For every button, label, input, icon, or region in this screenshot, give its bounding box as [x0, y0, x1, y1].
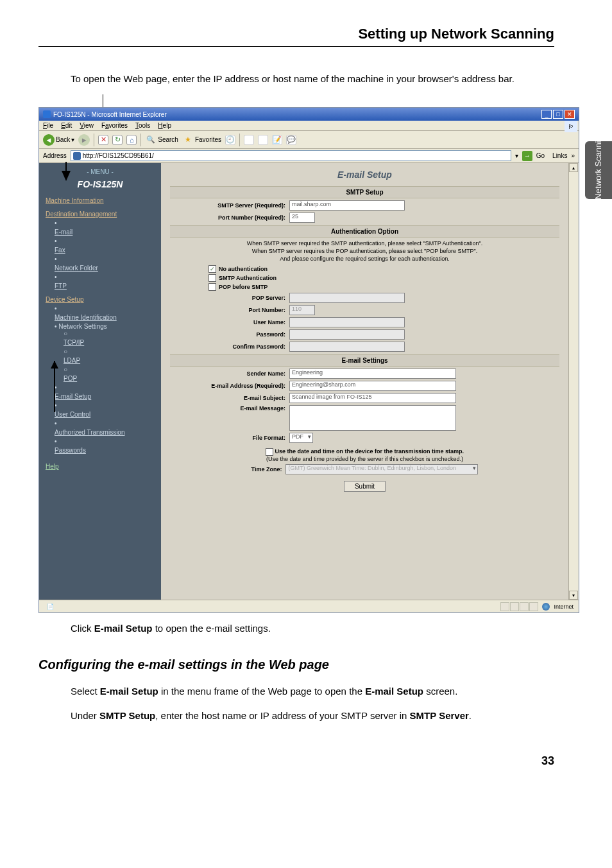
- label-timezone: Time Zone:: [251, 466, 282, 473]
- input-port[interactable]: 25: [289, 213, 315, 223]
- label-username: User Name:: [170, 319, 285, 326]
- input-password[interactable]: [289, 329, 405, 340]
- intro-text: To open the Web page, enter the IP addre…: [71, 73, 574, 85]
- checkbox-pop-before[interactable]: [208, 283, 216, 291]
- nav-dest-fax[interactable]: Fax: [55, 247, 155, 254]
- minimize-button[interactable]: _: [541, 110, 552, 119]
- page-number: 33: [38, 754, 554, 768]
- scroll-up-button[interactable]: ▴: [569, 163, 578, 172]
- ie-flag-icon: 🏳: [565, 121, 577, 132]
- checkbox-smtp-auth[interactable]: [208, 274, 216, 282]
- input-sender[interactable]: Engineering: [289, 369, 456, 379]
- sidebar-menu-label: - MENU -: [46, 168, 155, 175]
- label-email-addr: E-mail Address (Required):: [170, 383, 285, 389]
- nav-network-settings: Network Settings: [58, 323, 107, 330]
- addressbar: Address http://FOIS125CD95B61/ ▾ → Go Li…: [39, 149, 579, 163]
- label-confirm-password: Confirm Password:: [170, 343, 285, 350]
- nav-dest-ftp[interactable]: FTP: [55, 282, 155, 290]
- mail-button[interactable]: ✉: [244, 135, 254, 145]
- checkbox-no-auth[interactable]: ✓: [208, 265, 216, 273]
- main-panel: E-mail Setup SMTP Setup SMTP Server (Req…: [161, 163, 579, 600]
- input-smtp-server[interactable]: mail.sharp.com: [289, 200, 405, 211]
- nav-tcpip[interactable]: TCP/IP: [64, 339, 155, 346]
- input-pop-server[interactable]: [289, 293, 405, 303]
- menu-help[interactable]: Help: [158, 122, 171, 129]
- checkbox-timestamp[interactable]: [266, 448, 273, 456]
- nav-user-control[interactable]: User Control: [55, 411, 155, 418]
- label-pop-port: Port Number:: [170, 307, 285, 313]
- sidebar-model: FO-IS125N: [46, 179, 155, 189]
- auth-info: When SMTP server required the SMTP authe…: [170, 240, 559, 263]
- menu-view[interactable]: View: [80, 122, 94, 129]
- print-button[interactable]: 🖨: [258, 135, 268, 145]
- nav-help[interactable]: Help: [46, 463, 155, 470]
- sidebar: - MENU - FO-IS125N Machine Information D…: [39, 163, 161, 600]
- page-header: Setting up Network Scanning: [38, 26, 554, 42]
- nav-machine-info[interactable]: Machine Information: [46, 197, 155, 204]
- chapter-tab: 2. Network Scanning: [585, 141, 612, 199]
- nav-pop[interactable]: POP: [64, 375, 155, 382]
- forward-button[interactable]: ►: [78, 134, 90, 146]
- caption-text: Click E-mail Setup to open the e-mail se…: [71, 622, 574, 635]
- nav-destination-mgmt[interactable]: Destination Management: [46, 211, 155, 218]
- ie-icon: [43, 110, 51, 118]
- internet-zone-icon: [542, 603, 550, 611]
- submit-button[interactable]: Submit: [344, 481, 386, 492]
- menu-favorites[interactable]: Favorites: [101, 122, 128, 129]
- label-sender: Sender Name:: [170, 370, 285, 377]
- panel-title: E-mail Setup: [170, 169, 559, 180]
- nav-ldap[interactable]: LDAP: [64, 357, 155, 364]
- label-pop-server: POP Server:: [170, 295, 285, 301]
- menubar: FFileile Edit View Favorites Tools Help …: [39, 121, 579, 131]
- section-smtp-setup: SMTP Setup: [170, 186, 559, 198]
- section-email-settings: E-mail Settings: [170, 354, 559, 367]
- address-dropdown[interactable]: ▾: [515, 152, 518, 159]
- nav-authorized[interactable]: Authorized Transmission: [55, 429, 155, 436]
- label-smtp-server: SMTP Server (Required):: [170, 202, 285, 209]
- scroll-down-button[interactable]: ▾: [569, 591, 578, 600]
- go-button[interactable]: →: [522, 151, 532, 161]
- browser-window: FO-IS125N - Microsoft Internet Explorer …: [38, 107, 579, 613]
- input-confirm-password[interactable]: [289, 342, 405, 352]
- status-cell: [520, 602, 529, 611]
- back-button[interactable]: ◄Back ▾: [43, 134, 74, 146]
- nav-passwords[interactable]: Passwords: [55, 447, 155, 454]
- nav-dest-email[interactable]: E-mail: [55, 229, 155, 236]
- menu-file[interactable]: FFileile: [43, 122, 53, 129]
- home-button[interactable]: ⌂: [126, 135, 137, 145]
- input-email-addr[interactable]: Engineering@sharp.com: [289, 381, 456, 391]
- section-heading: Configuring the e-mail settings in the W…: [38, 657, 574, 672]
- callout-line-top: [103, 94, 103, 107]
- select-timezone[interactable]: (GMT) Greenwich Mean Time: Dublin, Edinb…: [285, 464, 478, 474]
- history-button[interactable]: 🕘: [225, 135, 235, 145]
- nav-email-setup[interactable]: E-mail Setup: [55, 393, 155, 400]
- input-subject[interactable]: Scanned image from FO-IS125: [289, 393, 456, 403]
- search-button[interactable]: 🔍Search: [145, 134, 178, 146]
- links-label[interactable]: Links: [552, 152, 567, 159]
- discuss-button[interactable]: 💬: [286, 135, 296, 145]
- nav-dest-netfolder[interactable]: Network Folder: [55, 265, 155, 272]
- input-message[interactable]: [289, 405, 456, 431]
- address-label: Address: [43, 152, 67, 159]
- toolbar: ◄Back ▾ ► ✕ ↻ ⌂ 🔍Search ★Favorites 🕘 ✉ 🖨…: [39, 131, 579, 149]
- statusbar: 📄 Internet: [39, 600, 579, 612]
- input-pop-port[interactable]: 110: [289, 305, 315, 315]
- scrollbar-vertical[interactable]: ▴ ▾: [568, 163, 579, 600]
- select-file-format[interactable]: PDF: [289, 433, 313, 443]
- maximize-button[interactable]: □: [553, 110, 563, 119]
- close-button[interactable]: ✕: [565, 110, 575, 119]
- timestamp-note: (Use the date and time provided by the s…: [266, 456, 463, 462]
- status-done-icon: 📄: [47, 603, 54, 610]
- input-username[interactable]: [289, 317, 405, 327]
- refresh-button[interactable]: ↻: [112, 135, 123, 145]
- window-title: FO-IS125N - Microsoft Internet Explorer: [53, 111, 167, 118]
- menu-tools[interactable]: Tools: [135, 122, 150, 129]
- menu-edit[interactable]: Edit: [61, 122, 72, 129]
- nav-device-setup[interactable]: Device Setup: [46, 296, 155, 303]
- address-input[interactable]: http://FOIS125CD95B61/: [71, 150, 511, 161]
- section-auth-option: Authentication Option: [170, 225, 559, 238]
- favorites-button[interactable]: ★Favorites: [182, 134, 221, 146]
- edit-button[interactable]: 📝: [272, 135, 282, 145]
- nav-machine-id[interactable]: Machine Identification: [55, 314, 155, 321]
- stop-button[interactable]: ✕: [98, 135, 108, 145]
